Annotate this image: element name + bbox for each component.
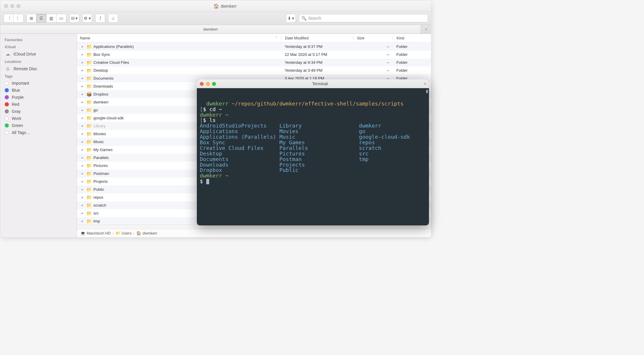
- table-row[interactable]: ▸📁Box Sync22 Mar 2020 at 5:17 PM--Folder: [77, 51, 431, 58]
- terminal-body[interactable]: dwmkerr ~/repos/github/dwmkerr/effective…: [197, 88, 429, 225]
- back-button[interactable]: 〈: [4, 14, 14, 23]
- terminal-scrollbar[interactable]: [426, 90, 428, 93]
- disclosure-icon[interactable]: ▸: [80, 211, 85, 215]
- breadcrumb[interactable]: 🏠dwmkerr: [136, 231, 157, 235]
- sidebar-item[interactable]: Work: [1, 115, 77, 122]
- folder-icon: 📁: [86, 219, 92, 224]
- file-date: Yesterday at 3:49 PM: [281, 68, 353, 73]
- arrange-button[interactable]: ⊟ ▾: [69, 14, 79, 23]
- disclosure-icon[interactable]: ▸: [80, 84, 85, 88]
- disclosure-icon[interactable]: ▸: [80, 187, 85, 191]
- disclosure-icon[interactable]: ▸: [80, 76, 85, 80]
- folder-icon: 📁: [86, 179, 92, 184]
- sidebar-item[interactable]: All Tags…: [1, 129, 77, 136]
- minimize-button[interactable]: [10, 4, 14, 8]
- disclosure-icon[interactable]: ▸: [80, 100, 85, 104]
- breadcrumb-icon: 💻: [80, 231, 85, 235]
- folder-icon: 📁: [86, 211, 92, 216]
- folder-icon: 📁: [86, 139, 92, 145]
- table-row[interactable]: ▸📁Applications (Parallels)Yesterday at 9…: [77, 43, 431, 51]
- file-date: 22 Mar 2020 at 5:17 PM: [281, 52, 353, 57]
- disclosure-icon[interactable]: ▸: [80, 156, 85, 160]
- file-date: Yesterday at 9:34 PM: [281, 60, 353, 65]
- close-button[interactable]: [4, 4, 8, 8]
- file-kind: Folder: [393, 44, 431, 49]
- breadcrumb-sep: ›: [133, 231, 135, 235]
- file-size: --: [353, 68, 393, 73]
- breadcrumb[interactable]: 📁Users: [115, 231, 132, 235]
- sidebar-item[interactable]: ◎Remote Disc: [1, 65, 77, 73]
- disclosure-icon[interactable]: ▸: [80, 140, 85, 144]
- sidebar-item[interactable]: Red: [1, 101, 77, 108]
- disclosure-icon[interactable]: ▸: [80, 203, 85, 207]
- tag-dot-icon: [5, 116, 9, 120]
- term-minimize-button[interactable]: [206, 82, 210, 86]
- disclosure-icon[interactable]: ▸: [80, 68, 85, 72]
- folder-icon: 📁: [86, 60, 92, 65]
- folder-icon: 📁: [86, 115, 92, 121]
- disclosure-icon[interactable]: ▸: [80, 53, 85, 56]
- sidebar-heading: Tags: [1, 73, 77, 80]
- disclosure-icon[interactable]: ▸: [80, 116, 85, 120]
- col-name-header[interactable]: Name ˄: [77, 36, 281, 40]
- file-date: Yesterday at 9:37 PM: [281, 44, 353, 49]
- list-view-button[interactable]: ☰: [36, 14, 46, 23]
- action-button[interactable]: ⚙ ▾: [82, 14, 92, 23]
- search-placeholder: Search: [308, 16, 321, 21]
- folder-icon: 📁: [86, 108, 92, 113]
- tag-dot-icon: [5, 95, 9, 99]
- sidebar-item[interactable]: Important: [1, 80, 77, 87]
- sidebar-item[interactable]: Gray: [1, 108, 77, 115]
- search-input[interactable]: 🔍 Search: [299, 14, 428, 22]
- disclosure-icon[interactable]: ▸: [80, 219, 85, 223]
- table-row[interactable]: ▸📁DesktopYesterday at 3:49 PM--Folder: [77, 66, 431, 74]
- disclosure-icon[interactable]: ▸: [80, 132, 85, 136]
- term-maximize-button[interactable]: [212, 82, 216, 86]
- terminal-title: Terminal: [218, 81, 422, 86]
- sidebar-item[interactable]: Blue: [1, 87, 77, 94]
- sidebar: FavouritesiCloud☁iCloud DriveLocations◎R…: [1, 34, 77, 237]
- breadcrumb-icon: 📁: [115, 231, 120, 235]
- disclosure-icon[interactable]: ▸: [80, 148, 85, 152]
- new-tab-button[interactable]: ＋: [421, 25, 431, 34]
- home-icon: 🏠: [214, 4, 219, 9]
- column-view-button[interactable]: ▥: [46, 14, 56, 23]
- col-size-header[interactable]: Size: [353, 36, 393, 40]
- tag-dot-icon: [5, 123, 9, 128]
- breadcrumb[interactable]: 💻Macintosh HD: [80, 231, 111, 235]
- disclosure-icon[interactable]: ▸: [80, 92, 85, 96]
- cloud-icon: ☁: [5, 51, 11, 57]
- tab-dwmkerr[interactable]: dwmkerr: [1, 25, 421, 34]
- file-kind: Folder: [393, 68, 431, 73]
- sidebar-item-label: Remote Disc: [14, 66, 37, 71]
- maximize-button[interactable]: [16, 4, 20, 8]
- forward-button[interactable]: 〉: [14, 14, 24, 23]
- sidebar-item[interactable]: ☁iCloud Drive: [1, 50, 77, 58]
- column-headers: Name ˄ Date Modified Size Kind: [77, 34, 431, 43]
- share-button[interactable]: ⤴: [95, 14, 105, 23]
- icon-view-button[interactable]: ⊞: [26, 14, 36, 23]
- term-close-button[interactable]: [200, 82, 204, 86]
- breadcrumb-label: Macintosh HD: [87, 231, 111, 235]
- table-row[interactable]: ▸📁Creative Cloud FilesYesterday at 9:34 …: [77, 58, 431, 66]
- sidebar-item[interactable]: Purple: [1, 94, 77, 101]
- disclosure-icon[interactable]: ▸: [80, 108, 85, 112]
- col-kind-header[interactable]: Kind: [393, 36, 431, 40]
- disclosure-icon[interactable]: ▸: [80, 45, 85, 48]
- folder-icon: 📁: [86, 163, 92, 168]
- disclosure-icon[interactable]: ▸: [80, 124, 85, 128]
- disclosure-icon[interactable]: ▸: [80, 180, 85, 183]
- disclosure-icon[interactable]: ▸: [80, 195, 85, 199]
- disclosure-icon[interactable]: ▸: [80, 172, 85, 175]
- disclosure-icon[interactable]: ▸: [80, 164, 85, 168]
- disclosure-icon[interactable]: ▸: [80, 61, 85, 64]
- terminal-menu-icon[interactable]: ≡: [424, 82, 426, 86]
- sidebar-item[interactable]: Green: [1, 122, 77, 129]
- dropbox-button[interactable]: ⬇ ▾: [286, 14, 296, 23]
- sidebar-item-label: Work: [12, 116, 21, 121]
- tags-button[interactable]: ⌂: [108, 14, 118, 23]
- gallery-view-button[interactable]: ▭: [56, 14, 66, 23]
- col-date-header[interactable]: Date Modified: [281, 36, 353, 40]
- window-title: dwmkerr: [221, 4, 237, 9]
- folder-icon: 📁: [86, 68, 92, 73]
